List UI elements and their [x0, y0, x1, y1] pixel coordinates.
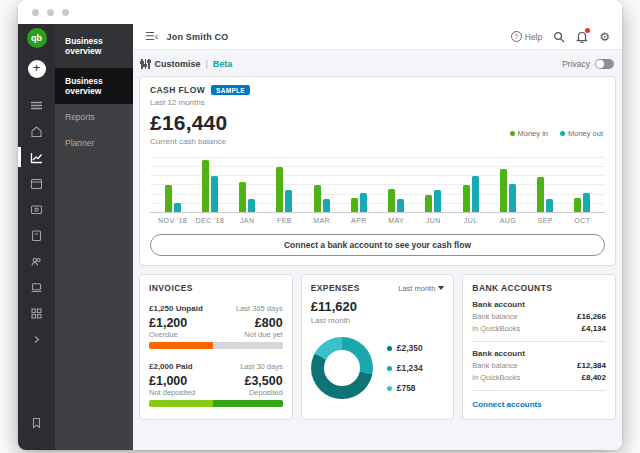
bar-group-jan[interactable]	[239, 155, 255, 212]
x-axis-label: DEC '18	[191, 217, 228, 224]
expenses-icon[interactable]	[18, 222, 55, 248]
x-axis-label: MAY	[378, 217, 415, 224]
quickbooks-logo[interactable]: qb	[27, 28, 47, 48]
customise-label: Customise	[155, 59, 201, 69]
create-new-button[interactable]: +	[28, 60, 46, 78]
bar-group-oct[interactable]	[574, 155, 590, 212]
sidebar-item-business-overview[interactable]: Business overview	[55, 68, 133, 104]
bar-group-aug[interactable]	[500, 155, 516, 212]
bar-group-may[interactable]	[388, 155, 404, 212]
window-titlebar	[18, 0, 622, 24]
in-quickbooks-label: in QuickBooks	[472, 324, 520, 333]
notifications-bell-icon[interactable]	[576, 30, 588, 43]
customers-icon[interactable]	[18, 248, 55, 274]
money-in-bar	[388, 189, 395, 212]
cash-flow-bar-chart: NOV '18DEC '18JANFEBMARAPRMAYJUNJULAUGSE…	[150, 155, 605, 224]
bar-group-jun[interactable]	[425, 155, 441, 212]
invoices-card[interactable]: INVOICES £1,250 Unpaid Last 365 days £1,…	[139, 274, 293, 420]
settings-gear-icon[interactable]: ⚙	[599, 30, 610, 44]
money-in-bar	[314, 185, 321, 212]
money-in-bar	[463, 185, 470, 212]
bar-group-jul[interactable]	[463, 155, 479, 212]
bar-group-mar[interactable]	[314, 155, 330, 212]
x-axis-label: MAR	[303, 217, 340, 224]
window-close-button[interactable]	[32, 9, 39, 16]
business-overview-chart-icon[interactable]	[18, 144, 55, 170]
window-zoom-button[interactable]	[62, 9, 69, 16]
bar-group-feb[interactable]	[276, 155, 292, 212]
money-out-bar	[248, 199, 255, 212]
desktop-background: qb +	[0, 0, 640, 453]
bar-group-dec18[interactable]	[202, 155, 218, 212]
expenses-legend-item: £2,350	[387, 343, 423, 353]
money-out-bar	[546, 199, 553, 212]
bar-group-nov18[interactable]	[165, 155, 181, 212]
money-out-bar	[472, 176, 479, 212]
in-quickbooks-label: in QuickBooks	[472, 373, 520, 382]
sidebar-item-reports[interactable]: Reports	[55, 104, 133, 130]
expenses-donut-chart	[311, 337, 373, 399]
search-icon[interactable]	[553, 31, 565, 43]
bank-accounts-title: BANK ACCOUNTS	[472, 283, 606, 293]
sample-badge: SAMPLE	[211, 85, 250, 95]
legend-money-out: Money out	[560, 129, 603, 138]
top-navigation-bar: ☰‹ Jon Smith CO ? Help	[133, 24, 622, 50]
bar-group-apr[interactable]	[351, 155, 367, 212]
expand-sidebar-chevron-icon[interactable]	[18, 326, 55, 352]
help-icon: ?	[511, 31, 522, 42]
expenses-period-dropdown[interactable]: Last month	[398, 284, 444, 293]
cash-flow-period: Last 12 months	[150, 98, 605, 107]
money-out-bar	[360, 193, 367, 212]
money-in-bar	[425, 195, 432, 212]
divider	[472, 390, 606, 391]
money-out-bar	[211, 176, 218, 212]
expenses-title: EXPENSES	[311, 283, 360, 293]
home-icon[interactable]	[18, 118, 55, 144]
cash-flow-card: CASH FLOW SAMPLE Last 12 months £16,440 …	[139, 76, 616, 266]
expenses-legend-item: £758	[387, 383, 423, 393]
help-button[interactable]: ? Help	[511, 31, 542, 42]
legend-money-in: Money in	[510, 129, 548, 138]
paid-period: Last 30 days	[240, 362, 283, 371]
money-in-bar	[239, 182, 246, 212]
money-in-bar	[202, 160, 209, 212]
bank-account-name: Bank account	[472, 349, 606, 358]
money-out-bar	[174, 203, 181, 212]
cash-flow-icon[interactable]	[18, 196, 55, 222]
cash-balance-caption: Current cash balance	[150, 137, 605, 146]
window-minimize-button[interactable]	[47, 9, 54, 16]
connect-accounts-link[interactable]: Connect accounts	[472, 400, 541, 409]
money-out-bar	[397, 199, 404, 212]
x-axis-label: SEP	[527, 217, 564, 224]
cash-flow-title: CASH FLOW	[150, 85, 205, 95]
help-label: Help	[525, 32, 542, 42]
x-axis-label: AUG	[489, 217, 526, 224]
laptop-icon[interactable]	[18, 274, 55, 300]
bookmark-icon[interactable]	[18, 410, 55, 436]
privacy-toggle[interactable]	[595, 59, 614, 69]
bar-group-sep[interactable]	[537, 155, 553, 212]
menu-hamburger-icon[interactable]	[18, 92, 55, 118]
legend-dot-icon	[387, 346, 392, 351]
bank-accounts-card[interactable]: BANK ACCOUNTS Bank account Bank balance …	[462, 274, 616, 420]
customise-button[interactable]: Customise | Beta	[141, 59, 232, 69]
company-name: Jon Smith CO	[167, 32, 229, 42]
expenses-amount: £11,620	[311, 299, 445, 314]
invoices-title: INVOICES	[149, 283, 283, 293]
bank-balance-label: Bank balance	[472, 312, 517, 321]
bank-balance-label: Bank balance	[472, 361, 517, 370]
money-in-bar	[276, 167, 283, 212]
expenses-period: Last month	[311, 316, 445, 325]
legend-dot-icon	[387, 386, 392, 391]
x-axis-label: FEB	[266, 217, 303, 224]
beta-label: Beta	[213, 59, 233, 69]
connect-bank-account-button[interactable]: Connect a bank account to see your cash …	[150, 234, 605, 256]
expenses-card[interactable]: EXPENSES Last month £11,620 Last month	[301, 274, 455, 420]
bank-balance-value: £16,266	[577, 312, 606, 321]
apps-grid-icon[interactable]	[18, 300, 55, 326]
calendar-icon[interactable]	[18, 170, 55, 196]
money-in-bar	[165, 185, 172, 212]
money-out-bar	[285, 190, 292, 212]
collapse-nav-icon[interactable]: ☰‹	[145, 30, 159, 43]
sidebar-item-planner[interactable]: Planner	[55, 130, 133, 156]
